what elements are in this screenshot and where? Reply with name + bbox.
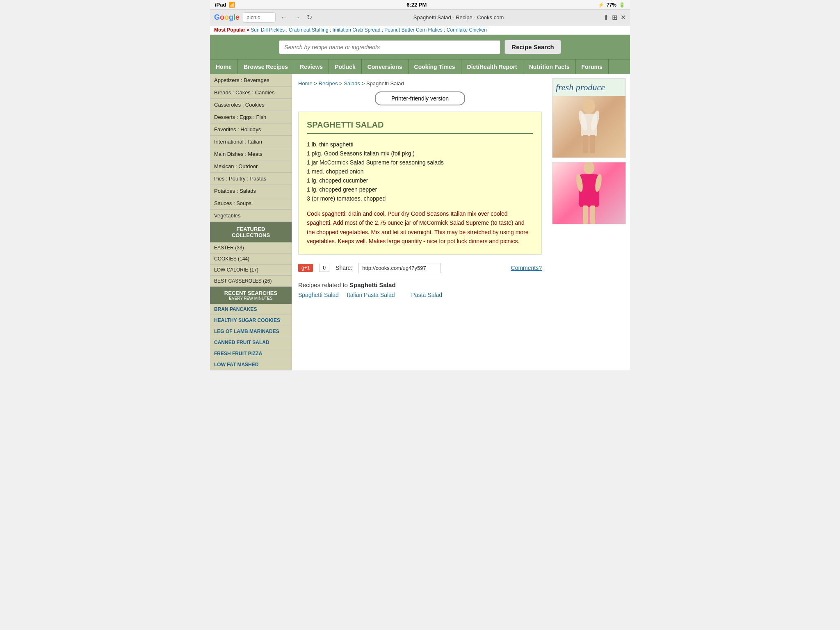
main-layout: Appetizers : Beverages Breads : Cakes : … (210, 74, 630, 370)
gplus-count: 0 (319, 264, 329, 272)
google-logo: Google (214, 13, 240, 22)
related-link-2[interactable]: Italian Pasta Salad (347, 292, 395, 298)
recipe-card: SPAGHETTI SALAD 1 lb. thin spaghetti 1 p… (298, 112, 542, 255)
popular-link-4[interactable]: Peanut Butter Corn Flakes (384, 27, 442, 33)
sidebar-vegetables[interactable]: Vegetables (210, 210, 292, 222)
recent-canned-fruit-salad[interactable]: CANNED FRUIT SALAD (210, 337, 292, 348)
ad-box-1: fresh produce (552, 78, 626, 158)
svg-rect-11 (590, 205, 595, 224)
popular-link-5[interactable]: Cornflake Chicken (447, 27, 487, 33)
browser-bar: Google ← → ↻ Spaghetti Salad - Recipe - … (210, 10, 630, 25)
recipe-instructions: Cook spaghetti; drain and cool. Pour dry… (307, 209, 533, 246)
collection-best-casseroles[interactable]: BEST CASSEROLES (26) (210, 276, 292, 287)
sidebar: Appetizers : Beverages Breads : Cakes : … (210, 74, 292, 370)
browser-actions: ⬆ ⊞ ✕ (603, 14, 626, 21)
recent-searches-subtitle: EVERY FEW MINUTES (214, 296, 288, 301)
reload-button[interactable]: ↻ (305, 13, 314, 22)
ad-box-2 (552, 162, 626, 224)
nav-conversions[interactable]: Conversions (362, 59, 409, 74)
ad-area: fresh produce (548, 74, 630, 370)
sidebar-mexican[interactable]: Mexican : Outdoor (210, 160, 292, 173)
sidebar-favorites[interactable]: Favorites : Holidays (210, 123, 292, 136)
sidebar-casseroles[interactable]: Casseroles : Cookies (210, 99, 292, 111)
page-title: Spaghetti Salad - Recipe - Cooks.com (317, 14, 600, 21)
nav-cooking-times[interactable]: Cooking Times (409, 59, 461, 74)
battery-label: 77% (607, 2, 616, 8)
popular-link-2[interactable]: Crabmeat Stuffing (289, 27, 329, 33)
collection-low-calorie[interactable]: LOW CALORIE (17) (210, 265, 292, 276)
status-left: iPad 📶 (215, 2, 235, 8)
ingredient-6: 1 lg. chopped green pepper (307, 185, 533, 194)
gplus-button[interactable]: g+1 (298, 264, 313, 272)
related-link-1[interactable]: Spaghetti Salad (298, 292, 339, 298)
collection-cookies[interactable]: COOKIES (144) (210, 253, 292, 265)
sidebar-pies[interactable]: Pies : Poultry : Pastas (210, 173, 292, 185)
recent-low-fat-mashed[interactable]: LOW FAT MASHED (210, 359, 292, 370)
recent-fresh-fruit-pizza[interactable]: FRESH FRUIT PIZZA (210, 348, 292, 359)
recent-searches-header: RECENT SEARCHES EVERY FEW MINUTES (210, 287, 292, 304)
breadcrumb-home[interactable]: Home (298, 80, 313, 87)
sidebar-international[interactable]: International : Italian (210, 136, 292, 148)
printer-friendly-button[interactable]: Printer-friendly version (375, 91, 465, 105)
related-links: Spaghetti Salad Italian Pasta Salad Past… (298, 292, 542, 298)
sidebar-appetizers[interactable]: Appetizers : Beverages (210, 74, 292, 87)
ingredient-7: 3 (or more) tomatoes, chopped (307, 194, 533, 203)
ingredient-4: 1 med. chopped onion (307, 167, 533, 176)
ingredient-2: 1 pkg. Good Seasons Italian mix (foil pk… (307, 149, 533, 158)
svg-point-6 (584, 162, 594, 174)
content-area: Home > Recipes > Salads > Spaghetti Sala… (292, 74, 548, 370)
nav-reviews[interactable]: Reviews (294, 59, 329, 74)
forward-button[interactable]: → (292, 13, 302, 22)
related-title: Recipes related to Spaghetti Salad (298, 281, 542, 288)
nav-home[interactable]: Home (210, 59, 238, 74)
popular-link-1[interactable]: Sun Dill Pickles (251, 27, 285, 33)
nav-forums[interactable]: Forums (576, 59, 609, 74)
breadcrumb-recipes[interactable]: Recipes (319, 80, 338, 87)
wifi-icon: 📶 (228, 2, 235, 8)
ad-image-2 (552, 162, 625, 224)
recent-bran-pancakes[interactable]: BRAN PANCAKES (210, 304, 292, 315)
ad-image-1 (552, 96, 625, 158)
sidebar-potatoes[interactable]: Potatoes : Salads (210, 185, 292, 197)
sidebar-main-dishes[interactable]: Main Dishes : Meats (210, 148, 292, 160)
share-bar: g+1 0 Share: Comments? (298, 261, 542, 275)
time-display: 6:22 PM (406, 2, 427, 8)
ingredient-3: 1 jar McCormick Salad Supreme for season… (307, 158, 533, 167)
nav-browse[interactable]: Browse Recipes (238, 59, 294, 74)
breadcrumb-salads[interactable]: Salads (344, 80, 360, 87)
breadcrumb: Home > Recipes > Salads > Spaghetti Sala… (298, 80, 542, 87)
share-url-input[interactable] (358, 263, 441, 273)
share-icon[interactable]: ⬆ (603, 14, 609, 21)
ad-header-1: fresh produce (552, 79, 625, 96)
nav-nutrition[interactable]: Nutrition Facts (523, 59, 576, 74)
recent-healthy-sugar-cookies[interactable]: HEALTHY SUGAR COOKIES (210, 315, 292, 326)
recent-searches-title: RECENT SEARCHES (214, 290, 288, 296)
search-input[interactable] (279, 40, 500, 54)
most-popular-label: Most Popular » (214, 27, 249, 33)
tabs-icon[interactable]: ⊞ (612, 14, 617, 21)
related-title-bold: Spaghetti Salad (349, 281, 396, 288)
sidebar-sauces[interactable]: Sauces : Soups (210, 197, 292, 210)
nav-potluck[interactable]: Potluck (329, 59, 362, 74)
status-bar: iPad 📶 6:22 PM ⚡ 77% 🔋 (210, 0, 630, 10)
related-link-3[interactable]: Pasta Salad (411, 292, 443, 298)
related-section: Recipes related to Spaghetti Salad Spagh… (298, 281, 542, 298)
popular-link-3[interactable]: Imitation Crab Spread (333, 27, 381, 33)
search-button[interactable]: Recipe Search (504, 40, 561, 54)
comments-link[interactable]: Comments? (511, 265, 542, 271)
ingredient-list: 1 lb. thin spaghetti 1 pkg. Good Seasons… (307, 140, 533, 203)
nav-diet-health[interactable]: Diet/Health Report (461, 59, 523, 74)
recent-leg-of-lamb[interactable]: LEG OF LAMB MARINADES (210, 326, 292, 337)
battery-icon: 🔋 (619, 2, 625, 8)
svg-point-0 (583, 99, 595, 114)
ingredient-5: 1 lg. chopped cucumber (307, 176, 533, 185)
sidebar-breads[interactable]: Breads : Cakes : Candies (210, 87, 292, 99)
close-icon[interactable]: ✕ (621, 14, 626, 21)
site-header: Recipe Search (210, 35, 630, 59)
most-popular-bar: Most Popular » Sun Dill Pickles : Crabme… (210, 25, 630, 35)
collection-easter[interactable]: EASTER (33) (210, 242, 292, 253)
sidebar-desserts[interactable]: Desserts : Eggs : Fish (210, 111, 292, 123)
back-button[interactable]: ← (279, 13, 289, 22)
ipad-label: iPad (215, 2, 226, 8)
url-input[interactable] (243, 12, 276, 23)
